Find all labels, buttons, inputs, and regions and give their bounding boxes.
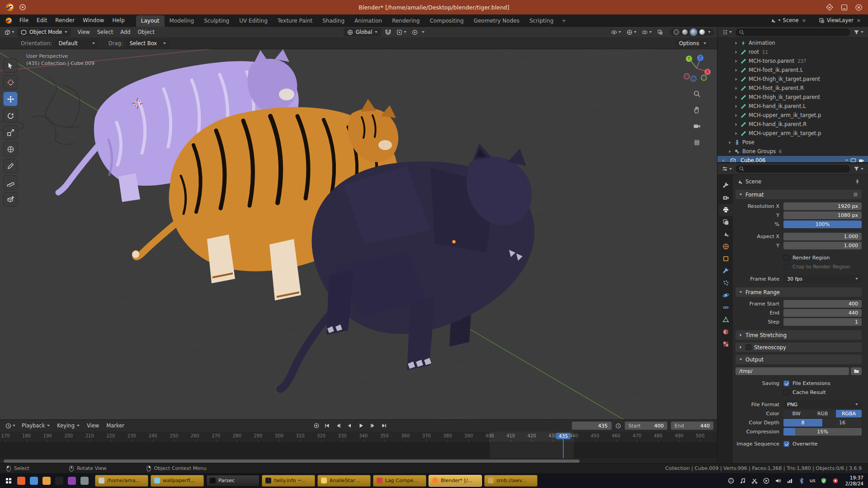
overlays-dropdown[interactable]: [641, 28, 653, 36]
step-field[interactable]: 1: [783, 318, 862, 326]
tool-add-cube[interactable]: [3, 192, 18, 206]
tray-shield-icon[interactable]: [820, 477, 827, 484]
properties-tab-object-data[interactable]: [719, 314, 733, 326]
outliner-row-mch-foot-ik-parent-r[interactable]: MCH-foot_ik.parent.R: [717, 84, 868, 93]
filter-icon[interactable]: [852, 28, 865, 36]
render-region-checkbox[interactable]: [783, 255, 789, 261]
timeline-menu-view[interactable]: View: [83, 421, 103, 430]
unlink-scene-icon[interactable]: [801, 18, 807, 23]
launcher-start-menu-icon[interactable]: [3, 475, 14, 486]
section-menu-icon[interactable]: [853, 192, 859, 197]
activities-icon[interactable]: [19, 4, 26, 11]
timeline-track[interactable]: [0, 442, 717, 458]
outliner-row-animation[interactable]: Animation: [717, 38, 868, 47]
properties-tab-constraints[interactable]: [719, 301, 733, 314]
minimize-button[interactable]: [840, 3, 848, 11]
workspace-tab-rendering[interactable]: Rendering: [387, 15, 425, 27]
expand-arrow-icon[interactable]: [733, 131, 740, 136]
taskbar-window-wallpaperfl[interactable]: wallpaperfl...: [151, 475, 204, 487]
blender-menu-icon[interactable]: [4, 16, 14, 25]
section-time-stretching[interactable]: Time Stretching: [736, 330, 862, 340]
timeline-menu-playback[interactable]: Playback: [18, 421, 53, 430]
outliner-row-mch-torso-parent[interactable]: MCH-torso.parent 237: [717, 56, 868, 66]
remove-view-layer-icon[interactable]: [856, 18, 862, 23]
snap-magnet-icon[interactable]: [384, 28, 392, 36]
section-checkbox[interactable]: [745, 344, 751, 350]
section-stereoscopy[interactable]: Stereoscopy: [736, 343, 862, 352]
segment-rgba[interactable]: RGBA: [836, 410, 862, 418]
viewport-menu-object[interactable]: Object: [134, 28, 158, 37]
properties-tab-physics[interactable]: [719, 289, 733, 301]
menu-help[interactable]: Help: [108, 15, 128, 25]
shading-material-preview-icon[interactable]: [691, 29, 696, 35]
expand-arrow-icon[interactable]: [733, 59, 740, 63]
expand-arrow-icon[interactable]: [733, 113, 740, 117]
resolution-x-field[interactable]: 1920 px: [783, 202, 862, 210]
play-button[interactable]: [356, 422, 366, 430]
scene-selector[interactable]: Scene: [770, 17, 807, 23]
workspace-tab-layout[interactable]: Layout: [136, 15, 165, 27]
timeline-menu-marker[interactable]: Marker: [103, 421, 128, 430]
outliner-row-mch-upper-arm-ik-target-p[interactable]: MCH-upper_arm_ik_target.p: [717, 129, 868, 138]
tool-cursor-3d[interactable]: [3, 75, 18, 89]
cache-result-checkbox[interactable]: [783, 389, 789, 395]
frame-start-field[interactable]: Start400: [625, 422, 667, 430]
properties-editor-icon[interactable]: [720, 165, 734, 173]
tool-rotate[interactable]: [3, 108, 18, 123]
taskbar-window-analiestar[interactable]: AnalieStar ..: [317, 475, 371, 487]
output-path-field[interactable]: /tmp/: [736, 367, 849, 375]
section-output[interactable]: Output: [736, 355, 862, 364]
clock[interactable]: 19:372/28/24: [845, 475, 863, 486]
jump-to-end-button[interactable]: [379, 422, 389, 430]
properties-tab-scene[interactable]: [719, 228, 733, 240]
section-format[interactable]: Format: [736, 190, 862, 199]
shading-rendered-icon[interactable]: [699, 29, 705, 35]
timeline-editor-icon[interactable]: [4, 422, 17, 430]
taskbar-window-blender[interactable]: Blender* [/...: [429, 475, 482, 487]
expand-arrow-icon[interactable]: [733, 41, 740, 45]
y-field[interactable]: 1080 px: [783, 211, 862, 219]
shading-solid-icon[interactable]: [682, 29, 688, 35]
viewport-menu-view[interactable]: View: [74, 28, 93, 37]
expand-arrow-icon[interactable]: [733, 86, 740, 90]
properties-tab-world[interactable]: [719, 240, 733, 253]
zoom-icon[interactable]: [691, 88, 702, 99]
tray-bluetooth-icon[interactable]: [798, 477, 805, 484]
pan-hand-icon[interactable]: [691, 104, 702, 115]
window-menu-icon[interactable]: [826, 3, 834, 11]
file-format-dropdown[interactable]: PNG: [783, 401, 862, 408]
tray-network-icon[interactable]: [786, 477, 793, 484]
proportional-editing-icon[interactable]: [410, 28, 419, 36]
viewport-menu-select[interactable]: Select: [94, 28, 117, 37]
transform-orientation-dropdown[interactable]: Global: [344, 28, 382, 37]
properties-tab-render[interactable]: [719, 192, 733, 204]
properties-tab-output[interactable]: [719, 204, 733, 216]
launcher-browser-icon[interactable]: [15, 475, 27, 486]
render-visibility-camera-icon[interactable]: [859, 158, 864, 164]
launcher-terminal-icon[interactable]: [53, 475, 65, 486]
launcher-settings-icon[interactable]: [79, 475, 90, 486]
taskbar-window-smb-awv[interactable]: smb://awv...: [484, 475, 538, 487]
outliner-row-mch-hand-ik-parent-l[interactable]: MCH-hand_ik.parent.L: [717, 102, 868, 111]
properties-tab-particles[interactable]: [719, 277, 733, 289]
properties-tab-view-layer[interactable]: [719, 216, 733, 228]
expand-arrow-icon[interactable]: [726, 150, 733, 154]
expand-arrow-icon[interactable]: [733, 50, 740, 54]
timeline-menu-keying[interactable]: Keying: [53, 421, 83, 430]
viewport-3d[interactable]: User Perspective (435) Collection | Cube…: [0, 49, 717, 419]
properties-tab-material[interactable]: [719, 326, 733, 338]
tool-select-box[interactable]: [3, 58, 18, 73]
outliner-row-cube-006[interactable]: Cube.006: [717, 156, 868, 163]
use-preview-range-icon[interactable]: [613, 422, 623, 430]
menu-edit[interactable]: Edit: [33, 15, 51, 25]
workspace-tab-animation[interactable]: Animation: [349, 15, 387, 27]
workspace-tab-texture-paint[interactable]: Texture Paint: [273, 15, 317, 27]
next-keyframe-button[interactable]: [368, 422, 377, 430]
outliner-row-mch-hand-ik-parent-r[interactable]: MCH-hand_ik.parent.R: [717, 120, 868, 129]
menu-render[interactable]: Render: [51, 15, 79, 25]
launcher-files-icon[interactable]: [41, 475, 52, 486]
pin-icon[interactable]: [854, 179, 860, 185]
workspace-tab-item[interactable]: +: [558, 15, 569, 27]
play-reverse-button[interactable]: [345, 422, 355, 430]
workspace-tab-geometry-nodes[interactable]: Geometry Nodes: [469, 15, 524, 27]
